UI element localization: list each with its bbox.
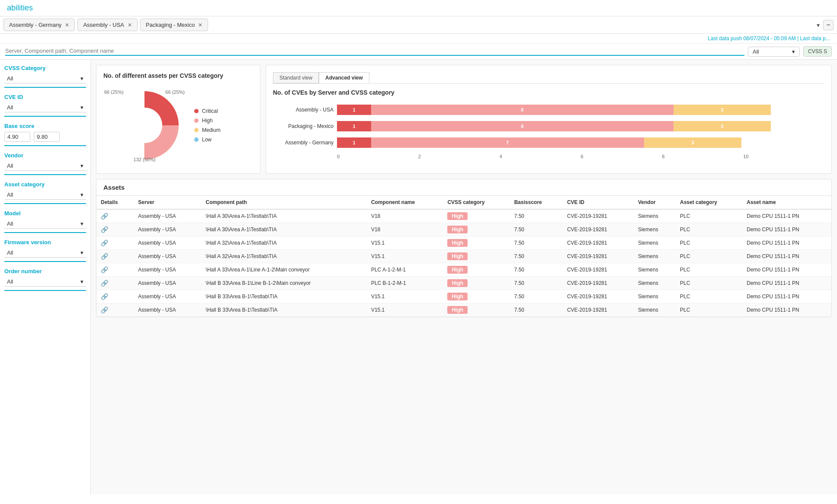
cvss-high-badge: High xyxy=(447,293,468,300)
firmware-version-chevron-icon: ▾ xyxy=(80,249,83,256)
col-component: Component name xyxy=(367,196,443,209)
base-score-inputs xyxy=(4,132,86,142)
cell-details-7[interactable]: 🔗 xyxy=(96,303,134,317)
model-dropdown[interactable]: All ▾ xyxy=(4,219,86,229)
cell-vendor-2: Siemens xyxy=(634,236,676,250)
search-input[interactable] xyxy=(5,48,744,56)
close-tab-usa-icon[interactable]: ✕ xyxy=(128,22,132,28)
cell-path-6: \Hall B 33\Area B-1\Testlab\TIA xyxy=(202,290,367,303)
donut-svg xyxy=(103,84,186,166)
cell-asset-1: Demo CPU 1511-1 PN xyxy=(742,223,831,236)
cell-server-7: Assembly - USA xyxy=(134,303,201,317)
cell-server-0: Assembly - USA xyxy=(134,209,201,223)
x-axis: 0 2 4 6 8 10 xyxy=(337,154,824,159)
base-score-label: Base score xyxy=(4,123,86,129)
vendor-dropdown[interactable]: All ▾ xyxy=(4,161,86,171)
order-number-dropdown[interactable]: All ▾ xyxy=(4,277,86,287)
cvss-high-badge: High xyxy=(447,239,468,247)
x-tick-4: 4 xyxy=(500,154,581,159)
base-score-min-input[interactable] xyxy=(4,132,30,142)
tab-usa[interactable]: Assembly - USA ✕ xyxy=(77,19,138,31)
cell-vendor-4: Siemens xyxy=(634,263,676,277)
details-link-icon[interactable]: 🔗 xyxy=(101,306,108,313)
bar-chart-area: Assembly - USA 1 8 3 Packaging - Mexico … xyxy=(273,101,824,163)
filter-all-dropdown[interactable]: All ▾ xyxy=(748,47,800,57)
tabs-dropdown-icon[interactable]: ▾ xyxy=(817,22,820,29)
close-tab-germany-icon[interactable]: ✕ xyxy=(65,22,69,28)
donut-chart-wrapper: 66 (25%) 66 (25%) 132 (50%) xyxy=(103,84,186,166)
asset-category-chevron-icon: ▾ xyxy=(80,191,83,198)
details-link-icon[interactable]: 🔗 xyxy=(101,280,108,287)
legend-medium-dot xyxy=(194,128,199,132)
cell-asset-6: Demo CPU 1511-1 PN xyxy=(742,290,831,303)
col-cve-id: CVE ID xyxy=(563,196,634,209)
donut-legend: Critical High Medium Low xyxy=(194,108,221,143)
col-asset-name: Asset name xyxy=(742,196,831,209)
cvss-high-badge: High xyxy=(447,279,468,287)
cell-details-6[interactable]: 🔗 xyxy=(96,290,134,303)
cell-asset-7: Demo CPU 1511-1 PN xyxy=(742,303,831,317)
tabs-row: Assembly - Germany ✕ Assembly - USA ✕ Pa… xyxy=(0,16,837,34)
details-link-icon[interactable]: 🔗 xyxy=(101,253,108,260)
cvss-category-dropdown[interactable]: All ▾ xyxy=(4,74,86,83)
cve-id-dropdown[interactable]: All ▾ xyxy=(4,103,86,112)
bar-row-mexico: Packaging - Mexico 1 8 3 xyxy=(273,121,824,131)
cell-asset-3: Demo CPU 1511-1 PN xyxy=(742,250,831,263)
cell-details-3[interactable]: 🔗 xyxy=(96,250,134,263)
legend-low-dot xyxy=(194,137,199,142)
cvss-category-chevron-icon: ▾ xyxy=(80,75,83,82)
legend-critical: Critical xyxy=(194,108,221,114)
cell-server-2: Assembly - USA xyxy=(134,236,201,250)
close-tab-mexico-icon[interactable]: ✕ xyxy=(198,22,202,28)
table-row: 🔗 Assembly - USA \Hall A 32\Area A-1\Tes… xyxy=(96,250,831,263)
col-server: Server xyxy=(134,196,201,209)
tab-standard-view[interactable]: Standard view xyxy=(273,72,319,83)
bar-seg-high-usa: 8 xyxy=(371,105,673,115)
cell-asset-4: Demo CPU 1511-1 PN xyxy=(742,263,831,277)
filter-cve-id: CVE ID All ▾ xyxy=(4,94,86,117)
cvss-high-badge: High xyxy=(447,252,468,260)
table-row: 🔗 Assembly - USA \Hall A 32\Area A-1\Tes… xyxy=(96,236,831,250)
cell-details-5[interactable]: 🔗 xyxy=(96,277,134,290)
bar-seg-medium-usa: 3 xyxy=(673,105,771,115)
cell-details-4[interactable]: 🔗 xyxy=(96,263,134,277)
content-area: No. of different assets per CVSS categor… xyxy=(91,60,837,494)
cve-id-label: CVE ID xyxy=(4,94,86,100)
asset-category-dropdown[interactable]: All ▾ xyxy=(4,190,86,200)
main-layout: CVSS Category All ▾ CVE ID All ▾ Base sc… xyxy=(0,60,837,494)
tab-germany[interactable]: Assembly - Germany ✕ xyxy=(3,19,75,31)
details-link-icon[interactable]: 🔗 xyxy=(101,226,108,233)
cell-cvss-6: High xyxy=(443,290,510,303)
details-link-icon[interactable]: 🔗 xyxy=(101,266,108,273)
cell-details-0[interactable]: 🔗 xyxy=(96,209,134,223)
col-path: Component path xyxy=(202,196,367,209)
details-link-icon[interactable]: 🔗 xyxy=(101,293,108,300)
bar-seg-critical-usa: 1 xyxy=(337,105,371,115)
cell-details-1[interactable]: 🔗 xyxy=(96,223,134,236)
cell-score-0: 7.50 xyxy=(510,209,563,223)
cell-category-5: PLC xyxy=(676,277,742,290)
details-link-icon[interactable]: 🔗 xyxy=(101,239,108,246)
tab-mexico[interactable]: Packaging - Mexico ✕ xyxy=(140,19,208,31)
collapse-tabs-button[interactable]: − xyxy=(823,20,834,30)
cell-path-7: \Hall B 33\Area B-1\Testlab\TIA xyxy=(202,303,367,317)
base-score-max-input[interactable] xyxy=(34,132,60,142)
details-link-icon[interactable]: 🔗 xyxy=(101,213,108,220)
cell-details-2[interactable]: 🔗 xyxy=(96,236,134,250)
cell-vendor-5: Siemens xyxy=(634,277,676,290)
tab-advanced-view[interactable]: Advanced view xyxy=(319,72,369,83)
cell-score-2: 7.50 xyxy=(510,236,563,250)
firmware-version-dropdown[interactable]: All ▾ xyxy=(4,248,86,258)
model-label: Model xyxy=(4,210,86,217)
cell-cvss-3: High xyxy=(443,250,510,263)
cell-server-1: Assembly - USA xyxy=(134,223,201,236)
cell-path-0: \Hall A 30\Area A-1\Testlab\TIA xyxy=(202,209,367,223)
x-tick-0: 0 xyxy=(337,154,418,159)
cell-category-6: PLC xyxy=(676,290,742,303)
bar-row-usa: Assembly - USA 1 8 3 xyxy=(273,105,824,115)
cell-category-0: PLC xyxy=(676,209,742,223)
cell-cvss-1: High xyxy=(443,223,510,236)
tabs-right-controls: ▾ − xyxy=(817,20,834,30)
bar-seg-high-germany: 7 xyxy=(371,137,644,148)
cell-vendor-7: Siemens xyxy=(634,303,676,317)
